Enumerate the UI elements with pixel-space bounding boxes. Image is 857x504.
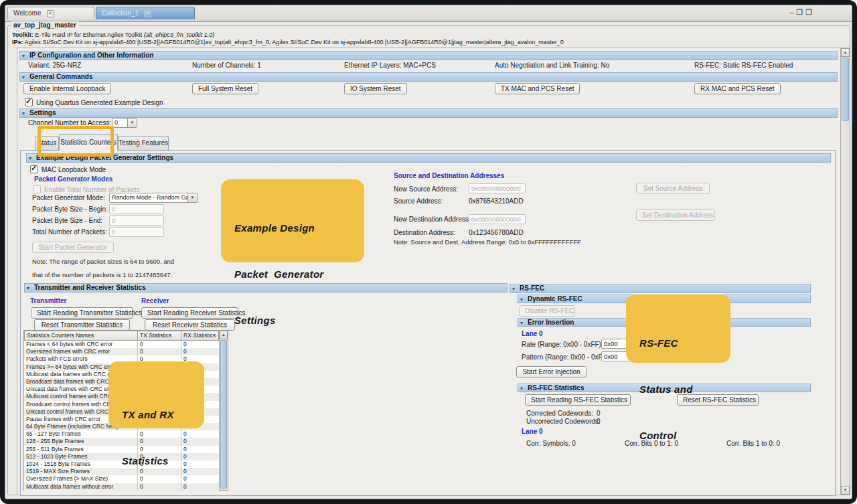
set-source-address-button: Set Source Address <box>636 183 710 194</box>
main-scrollbar[interactable]: ▲ ▼ <box>840 48 850 495</box>
toolkit-version: (alt_ehipc3_fm_toolkit 1.0) <box>144 31 215 38</box>
column-header-names[interactable]: Statistics Counters Names <box>24 331 138 341</box>
scrollbar-thumb[interactable] <box>220 340 227 489</box>
collapse-icon[interactable]: ▾ <box>22 110 25 117</box>
scroll-down-icon[interactable]: ▼ <box>841 486 850 495</box>
callout-packet-generator: Example Design Packet Generator Settings <box>221 179 364 262</box>
callout-tx-rx-statistics: TX and RX Statistics <box>108 361 204 428</box>
section-general-commands: ▾ General Commands <box>19 72 838 82</box>
section-packet-generator: ▾ Example Design Packet Generator Settin… <box>26 153 831 163</box>
restore-button[interactable]: ❐ <box>796 8 805 16</box>
close-icon[interactable]: ✕ <box>47 10 54 17</box>
corrected-codewords-label: Corrected Codewords: <box>526 410 593 417</box>
destination-address-label: Destination Address: <box>394 229 455 236</box>
start-reading-rsfec-stats-button[interactable]: Start Reading RS-FEC Statistics <box>525 394 631 406</box>
table-row[interactable]: Frames < 64 bytes with CRC error00 <box>24 341 219 348</box>
scrollbar-thumb[interactable] <box>842 58 849 121</box>
new-destination-input <box>469 214 526 224</box>
collapse-icon[interactable]: ▾ <box>22 52 25 60</box>
uncorrected-codewords-value: 0 <box>597 418 601 425</box>
command-button[interactable]: TX MAC and PCS Reset <box>495 83 580 94</box>
start-packet-generator-button: Start Packet Generator <box>32 242 114 253</box>
total-packets-input <box>109 227 164 237</box>
tab-collection-1[interactable]: Collection_1✕ <box>96 7 195 19</box>
pattern-label: Pattern (Range: 0x00 - 0xFF): <box>522 353 611 361</box>
ip-config-field: Variant: 25G-NRZ <box>28 62 81 69</box>
scroll-up-icon[interactable]: ▲ <box>220 331 228 339</box>
new-source-label: New Source Address: <box>394 185 458 193</box>
column-header-rx[interactable]: RX Statistics <box>181 331 219 341</box>
transmitter-header: Transmitter <box>30 297 66 305</box>
ips-line: IPs: Agilex SI/SoC Dev Kit on sj-appslab… <box>12 39 564 46</box>
column-header-tx[interactable]: TX Statistics <box>137 331 181 341</box>
packet-note-line1: Note: The range of packet sizes is 64 to… <box>32 258 174 265</box>
collapse-icon[interactable]: ▾ <box>29 155 31 162</box>
new-destination-label: New Destination Address: <box>394 216 471 223</box>
address-range-note: Note: Source and Dest. Address Range: 0x… <box>394 238 581 246</box>
byte-begin-label: Packet Byte Size - Begin: <box>32 205 108 213</box>
ip-config-field: RS-FEC: Static RS-FEC Enabled <box>694 62 793 69</box>
ip-config-field: Number of Channels: 1 <box>192 62 261 69</box>
start-error-injection-button[interactable]: Start Error Injection <box>516 366 587 377</box>
corr-symbols-value: Corr. Symbols: 0 <box>526 440 576 447</box>
table-scrollbar[interactable]: ▲ <box>219 331 228 490</box>
command-button[interactable]: Enable Internal Loopback <box>23 83 111 94</box>
minimize-button[interactable]: – <box>789 8 796 16</box>
collapse-icon[interactable]: ▾ <box>22 74 25 81</box>
toolkit-text: E-Tile Hard IP for Ethernet Agilex Toolk… <box>33 31 144 38</box>
quartus-example-checkbox[interactable]: Using Quartus Generated Example Design <box>25 98 163 106</box>
collapse-icon[interactable]: ▾ <box>520 296 523 303</box>
receiver-header: Receiver <box>141 297 169 305</box>
dropdown-arrow-icon: ▼ <box>127 118 137 127</box>
collapse-icon[interactable]: ▾ <box>512 285 515 292</box>
ips-label: IPs: <box>12 39 23 46</box>
table-row[interactable]: Oversized frames with CRC error00 <box>24 348 219 355</box>
scroll-up-icon[interactable]: ▲ <box>841 48 850 57</box>
byte-end-input <box>109 216 164 226</box>
collapse-icon[interactable]: ▾ <box>27 284 29 292</box>
source-address-label: Source Address: <box>394 197 443 205</box>
packet-note-line2: that of the number of packets is 1 to 21… <box>32 271 172 278</box>
close-icon[interactable]: ✕ <box>144 10 151 17</box>
statistics-counters-tab-highlight <box>37 126 114 157</box>
start-reading-rx-stats-button[interactable]: Start Reading Receiver Statistics <box>141 307 238 319</box>
mac-loopback-checkbox[interactable]: MAC Loopback Mode <box>30 165 106 173</box>
corrected-codewords-value: 0 <box>597 410 601 417</box>
set-destination-address-button: Set Destination Address <box>636 209 715 221</box>
collapse-icon[interactable]: ▾ <box>520 385 523 392</box>
screenshot-stage: Welcome✕ Collection_1✕ –❐❐ av_top_jtag_m… <box>0 0 857 504</box>
tab-testing-features[interactable]: Testing Features <box>118 136 169 150</box>
tab-collection-1-label: Collection_1 <box>102 9 139 17</box>
toolkit-line: Toolkit: E-Tile Hard IP for Ethernet Agi… <box>12 31 214 38</box>
addresses-header: Source and Destination Addresses <box>394 172 504 179</box>
collapse-icon[interactable]: ▾ <box>520 319 523 327</box>
ip-config-field: Ethernet IP Layers: MAC+PCS <box>344 62 436 69</box>
editor-tab-bar: Welcome✕ Collection_1✕ –❐❐ <box>5 5 852 22</box>
source-address-value: 0x876543210ADD <box>469 197 524 205</box>
ips-text: Agilex SI/SoC Dev Kit on sj-appslab8-400… <box>23 39 564 46</box>
command-button[interactable]: Full System Reset <box>192 83 258 94</box>
reset-rx-stats-button[interactable]: Reset Receiver Statistics <box>145 319 235 331</box>
start-reading-tx-stats-button[interactable]: Start Reading Transmitter Statistics <box>31 307 133 319</box>
disable-rsfec-button: Disable RS-FEC <box>519 305 575 317</box>
byte-begin-input <box>109 204 164 214</box>
window-controls: –❐❐ <box>789 8 815 17</box>
section-ip-configuration: ▾ IP Configuration and Other Information <box>19 51 838 60</box>
byte-end-label: Packet Byte Size - End: <box>32 217 102 224</box>
command-button[interactable]: IO System Reset <box>344 83 407 94</box>
lane-0-stats-header: Lane 0 <box>522 428 543 435</box>
checkbox-icon <box>25 98 33 106</box>
packet-generator-mode-select[interactable]: Random Mode - Random Gap ▼ <box>109 193 198 203</box>
destination-address-value: 0x123456780ADD <box>469 229 524 236</box>
tab-welcome[interactable]: Welcome✕ <box>7 7 94 19</box>
reset-tx-stats-button[interactable]: Reset Transmitter Statistics <box>34 319 130 331</box>
section-settings: ▾ Settings <box>19 108 838 118</box>
maximize-button[interactable]: ❐ <box>805 8 815 16</box>
checkbox-icon <box>33 185 41 193</box>
checkbox-icon <box>30 165 38 173</box>
command-button[interactable]: RX MAC and PCS Reset <box>694 83 781 94</box>
toolkit-label: Toolkit: <box>12 31 33 38</box>
channel-number-select[interactable]: 0 ▼ <box>112 118 137 128</box>
ip-config-field: Auto Negotiation and Link Training: No <box>495 62 609 69</box>
lane-0-header: Lane 0 <box>522 330 543 337</box>
